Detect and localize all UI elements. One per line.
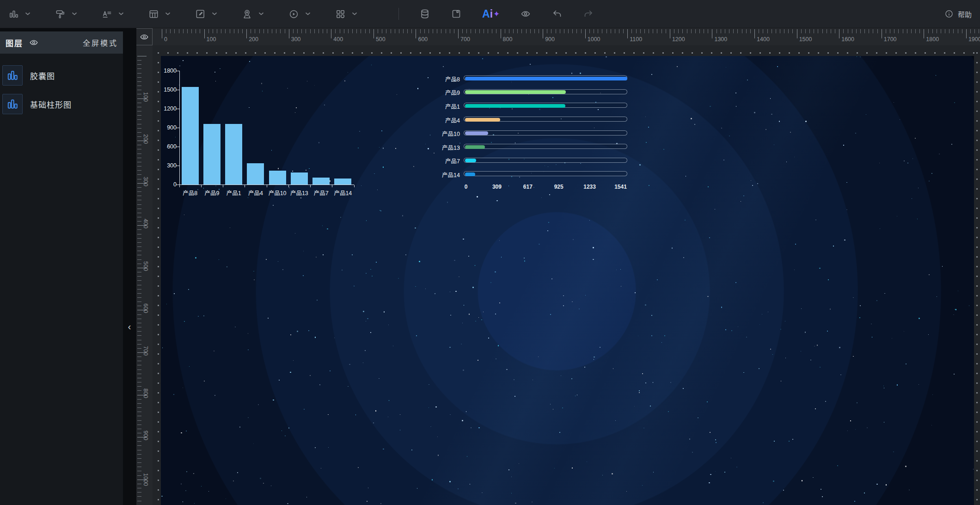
redo-arrow-icon xyxy=(583,8,594,19)
ruler-tick xyxy=(251,29,251,33)
eye-icon xyxy=(139,32,149,42)
ruler-tick xyxy=(606,29,607,33)
chart-menu-button[interactable] xyxy=(8,9,31,19)
ruler-tick xyxy=(137,348,141,349)
ai-assistant-button[interactable]: Ai✦ xyxy=(482,9,500,19)
ruler-tick xyxy=(877,29,878,33)
ruler-tick xyxy=(974,29,975,33)
capsule-fill xyxy=(465,77,627,80)
ruler-tick xyxy=(742,29,742,33)
ruler-tick xyxy=(137,496,141,497)
fullscreen-mode-button[interactable]: 全屏模式 xyxy=(83,37,118,48)
ruler-label: 300 xyxy=(142,177,149,186)
ruler-tick xyxy=(894,29,894,33)
chevron-down-icon xyxy=(72,12,77,16)
ruler-tick xyxy=(137,251,141,251)
preview-button[interactable] xyxy=(520,8,531,19)
chart-thumbnail-icon xyxy=(2,65,23,86)
x-axis-tick xyxy=(245,185,245,187)
text-menu-button[interactable] xyxy=(102,9,124,19)
collapse-sidebar-button[interactable]: ‹ xyxy=(124,320,135,333)
edit-menu-button[interactable] xyxy=(195,9,217,19)
capsule-track xyxy=(464,117,627,122)
chevron-down-icon xyxy=(305,12,311,16)
ruler-tick xyxy=(137,154,141,154)
map-menu-button[interactable] xyxy=(242,9,264,19)
basic-bar-chart-component[interactable]: 0300600900120015001800产品8产品9产品1产品4产品10产品… xyxy=(161,62,374,198)
ruler-tick xyxy=(657,29,657,33)
data-source-button[interactable] xyxy=(419,8,430,19)
x-axis-label: 1541 xyxy=(611,184,631,190)
capsule-track xyxy=(464,144,627,149)
capsule-row-label: 产品7 xyxy=(415,156,460,165)
capsule-track xyxy=(464,158,627,163)
ruler-tick xyxy=(691,29,692,33)
capsule-fill xyxy=(465,131,488,135)
ruler-tick xyxy=(137,259,141,260)
widgets-menu-button[interactable] xyxy=(335,9,357,19)
y-axis-label: 1800 xyxy=(161,68,177,74)
ruler-tick xyxy=(615,29,615,33)
ruler-tick xyxy=(137,145,141,145)
ruler-tick xyxy=(458,29,459,38)
ruler-tick xyxy=(137,238,141,239)
ruler-tick xyxy=(653,29,653,33)
ruler-tick xyxy=(137,158,141,158)
capsule-track xyxy=(464,75,627,80)
ruler-label: 1000 xyxy=(588,36,600,43)
interaction-menu-button[interactable] xyxy=(288,9,311,19)
ruler-tick xyxy=(137,200,141,200)
x-category-label: 产品8 xyxy=(179,188,201,197)
ruler-tick xyxy=(137,196,141,196)
ruler-tick xyxy=(137,475,141,476)
ruler-tick xyxy=(416,29,416,38)
layers-visibility-toggle[interactable] xyxy=(29,37,39,48)
help-button[interactable]: 帮助 xyxy=(944,9,972,19)
ruler-label: 1400 xyxy=(757,36,770,43)
capsule-track xyxy=(464,171,627,176)
ruler-tick xyxy=(137,119,141,120)
ruler-tick xyxy=(979,29,979,33)
layer-item-basic-bar-chart[interactable]: 基础柱形图 xyxy=(2,94,123,114)
ruler-label: 1800 xyxy=(926,36,939,43)
ruler-tick xyxy=(488,29,488,33)
style-menu-button[interactable] xyxy=(55,9,77,19)
ruler-tick xyxy=(572,29,573,33)
capsule-fill xyxy=(465,172,475,176)
capsule-chart-component[interactable]: 产品8产品9产品1产品4产品10产品13产品7产品140309617925123… xyxy=(415,68,637,195)
ruler-tick xyxy=(314,29,315,33)
undo-button[interactable] xyxy=(551,8,563,19)
ruler-tick xyxy=(137,107,141,107)
layer-item-capsule-chart[interactable]: 胶囊图 xyxy=(2,65,123,86)
x-category-label: 产品14 xyxy=(332,188,354,197)
ruler-tick xyxy=(137,425,141,425)
ruler-tick xyxy=(640,29,641,33)
ruler-label: 1300 xyxy=(714,36,727,43)
save-button[interactable] xyxy=(451,8,462,19)
capsule-fill xyxy=(465,159,477,162)
design-page[interactable]: 产品8产品9产品1产品4产品10产品13产品7产品140309617925123… xyxy=(161,56,974,505)
ruler-tick xyxy=(809,29,810,33)
ruler-tick xyxy=(818,29,818,33)
ruler-tick xyxy=(137,399,141,400)
table-menu-button[interactable] xyxy=(148,9,171,19)
ruler-tick xyxy=(903,29,903,33)
ruler-tick xyxy=(721,29,721,33)
ruler-tick xyxy=(137,68,141,69)
ruler-label: 800 xyxy=(142,388,149,398)
ruler-tick xyxy=(534,29,535,33)
ruler-tick xyxy=(848,29,848,33)
ruler-tick xyxy=(137,170,141,171)
redo-button[interactable] xyxy=(583,8,594,19)
canvas-viewport[interactable]: 产品8产品9产品1产品4产品10产品13产品7产品140309617925123… xyxy=(153,45,980,505)
ruler-tick xyxy=(958,29,958,33)
ruler-tick xyxy=(772,29,772,33)
ruler-visibility-toggle[interactable] xyxy=(135,28,153,45)
ruler-tick xyxy=(932,29,933,33)
ruler-tick xyxy=(331,29,331,38)
ruler-tick xyxy=(137,128,141,129)
ruler-tick xyxy=(611,29,611,33)
ruler-tick xyxy=(327,29,327,33)
ruler-label: 200 xyxy=(142,134,149,144)
ruler-label: 1600 xyxy=(841,36,854,43)
